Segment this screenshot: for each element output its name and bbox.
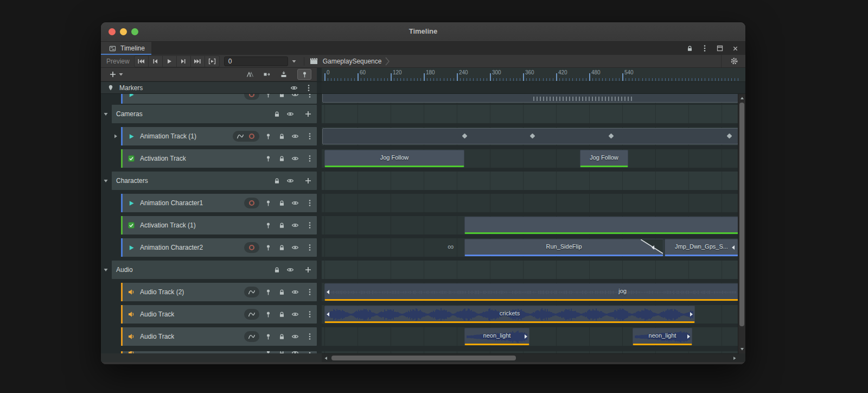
- lock-icon[interactable]: [277, 220, 286, 230]
- record-icon[interactable]: [247, 94, 257, 99]
- timeline-lane[interactable]: [322, 172, 739, 190]
- eye-icon[interactable]: [290, 332, 300, 341]
- pin-icon[interactable]: [263, 94, 273, 99]
- play-button[interactable]: [163, 56, 177, 67]
- lock-icon[interactable]: [277, 351, 286, 353]
- clip[interactable]: [464, 217, 739, 234]
- eye-icon[interactable]: [290, 351, 300, 353]
- replace-mode-button[interactable]: [279, 69, 289, 79]
- tab-timeline[interactable]: Timeline: [101, 42, 151, 55]
- title-bar[interactable]: Timeline: [101, 22, 745, 42]
- infinite-clip[interactable]: [322, 94, 738, 103]
- horizontal-scrollbar[interactable]: [322, 353, 739, 362]
- kebab-menu-icon[interactable]: [305, 83, 312, 93]
- add-track-button[interactable]: [106, 69, 126, 79]
- time-ruler[interactable]: 060120180240300360420480540: [322, 68, 739, 81]
- eye-icon[interactable]: [290, 154, 300, 163]
- record-icon[interactable]: [247, 243, 257, 252]
- scroll-down-button[interactable]: [738, 345, 745, 353]
- markers-lane[interactable]: [322, 82, 744, 93]
- pin-icon[interactable]: [263, 131, 273, 141]
- curves-icon[interactable]: [247, 309, 257, 319]
- lock-icon[interactable]: [277, 198, 286, 208]
- pin-icon[interactable]: [263, 243, 273, 252]
- curves-icon[interactable]: [247, 332, 257, 341]
- pin-icon[interactable]: [263, 198, 273, 208]
- lock-icon[interactable]: [277, 309, 286, 319]
- kebab-icon[interactable]: [307, 332, 313, 341]
- eye-icon[interactable]: [289, 83, 299, 93]
- goto-end-button[interactable]: [191, 56, 205, 67]
- track-row-header[interactable]: Animation Character2: [121, 238, 317, 257]
- timeline-lane[interactable]: [322, 127, 739, 145]
- timeline-lane[interactable]: [322, 194, 739, 212]
- timeline-lane[interactable]: [322, 105, 739, 123]
- eye-icon[interactable]: [290, 131, 300, 141]
- clip[interactable]: Jmp_Dwn_Gps_S...: [665, 239, 738, 256]
- pin-icon[interactable]: [263, 154, 273, 163]
- collapse-caret-icon[interactable]: [103, 111, 109, 117]
- group-row-header[interactable]: Audio: [112, 261, 317, 279]
- track-row-header[interactable]: Activation Track (1): [121, 216, 317, 234]
- mix-mode-button[interactable]: [245, 69, 255, 79]
- scroll-right-button[interactable]: [731, 354, 738, 362]
- kebab-icon[interactable]: [307, 220, 313, 230]
- frame-dropdown-button[interactable]: [289, 56, 299, 66]
- lock-icon[interactable]: [272, 176, 282, 186]
- kebab-icon[interactable]: [307, 198, 313, 208]
- collapse-caret-icon[interactable]: [103, 267, 109, 273]
- eye-icon[interactable]: [285, 109, 295, 119]
- track-row-header[interactable]: Audio Track: [121, 305, 317, 324]
- lock-icon[interactable]: [277, 154, 286, 163]
- timeline-lane[interactable]: [322, 94, 739, 104]
- lock-icon[interactable]: [685, 43, 694, 53]
- clip[interactable]: neon_light: [633, 328, 692, 345]
- lock-icon[interactable]: [272, 109, 282, 119]
- lock-icon[interactable]: [277, 94, 286, 99]
- lock-icon[interactable]: [272, 265, 282, 275]
- timeline-lane[interactable]: [322, 216, 739, 234]
- clip[interactable]: crickets: [324, 306, 695, 323]
- kebab-icon[interactable]: [307, 154, 313, 163]
- plus-icon[interactable]: [303, 109, 313, 119]
- vertical-scrollbar[interactable]: [738, 94, 745, 353]
- track-row-header[interactable]: Animation Track (1): [121, 127, 317, 145]
- eye-icon[interactable]: [285, 176, 295, 186]
- previous-frame-button[interactable]: [149, 56, 163, 67]
- timeline-lane[interactable]: jog: [322, 283, 739, 301]
- timeline-lane[interactable]: [322, 261, 739, 279]
- track-row-header[interactable]: [121, 94, 317, 104]
- timeline-lane[interactable]: Jog FollowJog Follow: [322, 149, 739, 168]
- clip[interactable]: Run_SideFlip: [464, 239, 663, 256]
- record-icon[interactable]: [247, 198, 257, 208]
- eye-icon[interactable]: [290, 287, 300, 297]
- close-icon[interactable]: [730, 43, 740, 53]
- tracks-scroll-area[interactable]: CamerasAnimation Track (1)Activation Tra…: [101, 94, 745, 353]
- frame-field[interactable]: 0: [224, 56, 288, 66]
- maximize-icon[interactable]: [715, 43, 725, 53]
- group-row-header[interactable]: Cameras: [112, 105, 317, 123]
- clip[interactable]: neon_light: [464, 328, 529, 345]
- pin-icon[interactable]: [263, 220, 273, 230]
- lock-icon[interactable]: [277, 287, 286, 297]
- track-row-header[interactable]: Activation Track: [121, 149, 317, 168]
- eye-icon[interactable]: [290, 243, 300, 252]
- ripple-mode-button[interactable]: [262, 69, 272, 79]
- scroll-up-button[interactable]: [738, 94, 745, 102]
- preview-toggle[interactable]: Preview: [105, 58, 134, 65]
- group-row-header[interactable]: Characters: [112, 172, 317, 190]
- show-markers-toggle[interactable]: [297, 69, 311, 80]
- lock-icon[interactable]: [277, 332, 286, 341]
- plus-icon[interactable]: [303, 265, 313, 275]
- pin-icon[interactable]: [263, 332, 273, 341]
- eye-icon[interactable]: [290, 220, 300, 230]
- record-icon[interactable]: [247, 131, 257, 141]
- kebab-icon[interactable]: [307, 131, 313, 141]
- kebab-icon[interactable]: [307, 287, 313, 297]
- pin-icon[interactable]: [263, 287, 273, 297]
- plus-icon[interactable]: [303, 176, 313, 186]
- settings-gear-button[interactable]: [727, 56, 741, 67]
- goto-start-button[interactable]: [135, 56, 149, 67]
- clip[interactable]: jog: [324, 283, 739, 301]
- window-menu-kebab-icon[interactable]: [700, 43, 710, 53]
